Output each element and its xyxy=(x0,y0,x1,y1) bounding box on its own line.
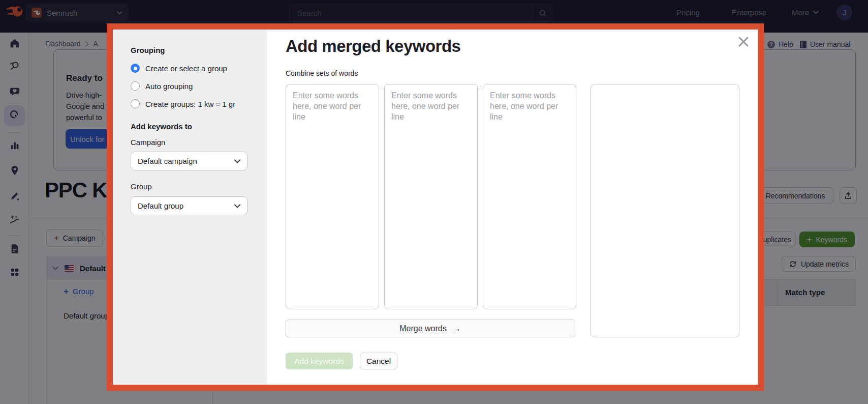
campaign-select-value: Default campaign xyxy=(138,157,197,165)
merge-words-input-3[interactable] xyxy=(483,84,576,309)
add-merged-keywords-modal: Grouping Create or select a group Auto g… xyxy=(107,23,764,391)
modal-subtitle: Combine sets of words xyxy=(286,69,358,77)
merge-words-input-2[interactable] xyxy=(384,84,478,309)
group-label: Group xyxy=(131,182,152,191)
radio-auto-grouping[interactable]: Auto grouping xyxy=(131,81,193,91)
add-keywords-to-label: Add keywords to xyxy=(131,122,192,131)
group-select[interactable]: Default group xyxy=(131,196,247,215)
campaign-label: Campaign xyxy=(131,138,165,147)
radio-create-groups[interactable]: Create groups: 1 kw = 1 gr xyxy=(131,99,235,109)
group-select-value: Default group xyxy=(138,201,183,210)
close-icon xyxy=(737,36,750,48)
add-keywords-submit-button[interactable]: Add keywords xyxy=(286,353,353,369)
merge-words-button[interactable]: Merge words → xyxy=(286,320,575,337)
modal-side-panel: Grouping Create or select a group Auto g… xyxy=(113,30,267,385)
radio-icon xyxy=(131,99,140,108)
merged-result-box[interactable] xyxy=(591,84,739,337)
radio-create-or-select-group[interactable]: Create or select a group xyxy=(131,63,227,73)
chevron-down-icon xyxy=(234,159,240,163)
arrow-right-icon: → xyxy=(452,323,461,334)
close-button[interactable] xyxy=(736,35,751,49)
chevron-down-icon xyxy=(234,204,240,208)
merge-words-input-1[interactable] xyxy=(286,84,379,309)
campaign-select[interactable]: Default campaign xyxy=(131,152,247,170)
radio-icon xyxy=(131,64,140,73)
modal-title: Add merged keywords xyxy=(286,37,460,56)
radio-icon xyxy=(131,81,140,91)
app: Semrush Pricing Enterprise More J xyxy=(0,0,868,404)
grouping-label: Grouping xyxy=(131,46,165,54)
cancel-button[interactable]: Cancel xyxy=(360,353,397,369)
